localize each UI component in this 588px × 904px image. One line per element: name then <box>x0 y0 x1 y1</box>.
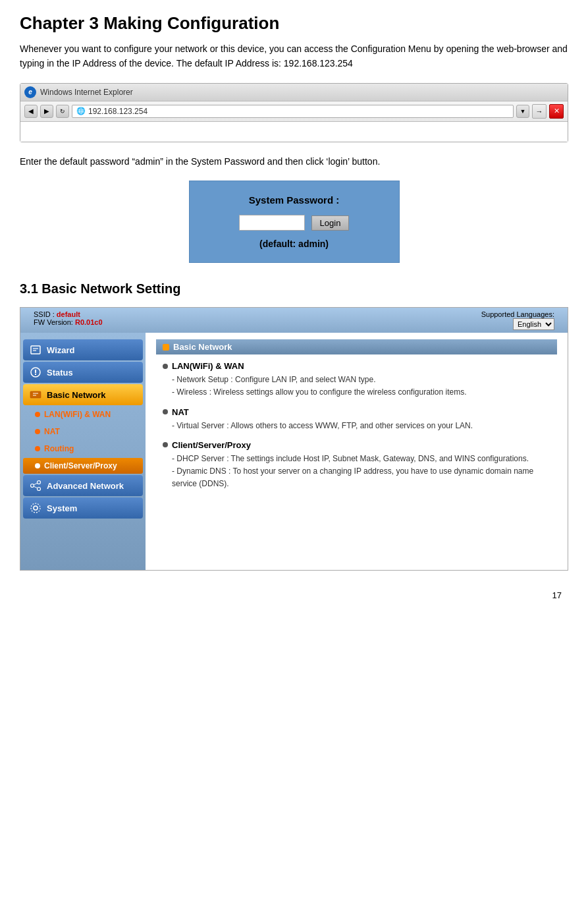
sidebar-routing-label: Routing <box>44 444 74 453</box>
svg-point-15 <box>31 503 40 513</box>
section-client-sub1: - DHCP Server : The settings include Hos… <box>163 453 557 465</box>
password-input[interactable] <box>239 215 305 231</box>
sidebar-item-client-server-proxy[interactable]: Client/Server/Proxy <box>23 458 143 474</box>
login-button[interactable]: Login <box>311 215 350 231</box>
status-icon <box>28 365 43 380</box>
browser-titlebar: e Windows Internet Explorer <box>20 84 568 101</box>
password-instruction: Enter the default password “admin” in th… <box>20 154 568 169</box>
router-fw-version: FW Version: R0.01c0 <box>34 318 103 326</box>
section-lan-bullet <box>163 364 168 369</box>
sidebar-basic-network-label: Basic Network <box>47 390 106 400</box>
svg-rect-0 <box>31 346 40 354</box>
router-ssid: SSID : default <box>34 310 103 318</box>
ssid-label: SSID : <box>34 310 57 318</box>
sidebar-client-server-proxy-label: Client/Server/Proxy <box>44 461 117 470</box>
section-client-title: Client/Server/Proxy <box>163 440 557 450</box>
content-header-label: Basic Network <box>173 342 232 352</box>
sidebar-item-nat[interactable]: NAT <box>23 424 143 439</box>
routing-dot-icon <box>35 446 40 451</box>
browser-toolbar: ◀ ▶ ↻ 🌐 192.168.123.254 ▼ → ✕ <box>20 101 568 122</box>
lan-wifi-dot-icon <box>35 412 40 417</box>
svg-rect-5 <box>35 374 36 375</box>
sidebar-item-advanced-network[interactable]: Advanced Network <box>23 475 143 496</box>
section-nat-title: NAT <box>163 407 557 417</box>
browser-dropdown-button[interactable]: ▼ <box>516 105 529 118</box>
section-client-label: Client/Server/Proxy <box>172 440 251 450</box>
section-31-heading: 3.1 Basic Network Setting <box>20 281 568 297</box>
browser-body <box>20 122 568 142</box>
section-lan-sub1: - Network Setup : Configure LAN IP, and … <box>163 374 557 386</box>
router-content: Basic Network LAN(WiFi) & WAN - Network … <box>146 333 568 570</box>
intro-text: Whenever you want to configure your netw… <box>20 42 568 71</box>
sidebar-item-routing[interactable]: Routing <box>23 441 143 457</box>
system-icon <box>28 501 43 515</box>
browser-fwd-button[interactable]: ▶ <box>40 105 53 118</box>
router-main: Wizard Status <box>20 333 568 570</box>
sidebar-advanced-network-label: Advanced Network <box>47 481 124 491</box>
sidebar-item-system[interactable]: System <box>23 497 143 519</box>
system-password-label: System Password : <box>216 194 373 206</box>
section-lan-title: LAN(WiFi) & WAN <box>163 361 557 371</box>
sidebar-item-wizard[interactable]: Wizard <box>23 339 143 360</box>
svg-point-10 <box>38 481 41 484</box>
browser-go-button[interactable]: → <box>532 104 547 119</box>
nat-dot-icon <box>35 429 40 434</box>
router-topbar: SSID : default FW Version: R0.01c0 Suppo… <box>20 308 568 333</box>
ie-logo-icon: e <box>24 86 36 98</box>
system-password-box: System Password : Login (default: admin) <box>189 181 400 263</box>
router-topbar-left: SSID : default FW Version: R0.01c0 <box>34 310 103 326</box>
svg-rect-4 <box>35 370 36 373</box>
fw-label: FW Version: <box>34 318 75 326</box>
content-header-dot <box>163 344 169 351</box>
section-client-bullet <box>163 442 168 447</box>
lang-label: Supported Languages: <box>481 310 554 318</box>
sidebar-item-status[interactable]: Status <box>23 362 143 383</box>
svg-line-12 <box>34 483 38 485</box>
sidebar-nat-label: NAT <box>44 427 60 436</box>
advanced-network-icon <box>28 478 43 493</box>
svg-point-11 <box>38 488 41 491</box>
browser-refresh-button[interactable]: ↻ <box>56 105 69 118</box>
ssid-value: default <box>57 310 80 318</box>
wizard-icon <box>28 343 43 357</box>
sidebar-wizard-label: Wizard <box>47 345 75 355</box>
sidebar-system-label: System <box>47 503 77 513</box>
basic-network-icon <box>28 387 43 402</box>
fw-value: R0.01c0 <box>75 318 103 326</box>
section-client-sub2: - Dynamic DNS : To host your server on a… <box>163 465 557 490</box>
page-number: 17 <box>20 590 568 600</box>
content-section-lan: LAN(WiFi) & WAN - Network Setup : Config… <box>156 361 557 399</box>
svg-point-14 <box>34 506 38 510</box>
system-password-inputs: Login <box>216 215 373 231</box>
svg-point-9 <box>31 484 34 488</box>
sidebar-item-lan-wifi-wan[interactable]: LAN(WiFi) & WAN <box>23 407 143 422</box>
router-topbar-right: Supported Languages: English <box>481 310 554 330</box>
browser-back-button[interactable]: ◀ <box>24 105 38 118</box>
section-lan-label: LAN(WiFi) & WAN <box>172 361 244 371</box>
svg-line-13 <box>34 486 38 488</box>
router-sidebar: Wizard Status <box>20 333 146 570</box>
svg-rect-6 <box>30 391 41 398</box>
content-header: Basic Network <box>156 339 557 354</box>
section-nat-label: NAT <box>172 407 189 417</box>
browser-address-bar[interactable]: 🌐 192.168.123.254 <box>72 105 514 118</box>
section-nat-sub1: - Virtual Server : Allows others to acce… <box>163 420 557 432</box>
browser-address-text: 192.168.123.254 <box>88 107 147 116</box>
page-title: Chapter 3 Making Configuration <box>20 13 568 34</box>
lang-select[interactable]: English <box>513 318 554 330</box>
content-section-client: Client/Server/Proxy - DHCP Server : The … <box>156 440 557 491</box>
sidebar-lan-wifi-wan-label: LAN(WiFi) & WAN <box>44 410 111 419</box>
section-lan-sub2: - Wireless : Wireless settings allow you… <box>163 386 557 399</box>
sidebar-item-basic-network[interactable]: Basic Network <box>23 384 143 405</box>
browser-mockup: e Windows Internet Explorer ◀ ▶ ↻ 🌐 192.… <box>20 83 568 142</box>
system-password-container: System Password : Login (default: admin) <box>20 181 568 263</box>
section-nat-bullet <box>163 409 168 414</box>
default-label: (default: admin) <box>216 239 373 249</box>
router-ui: SSID : default FW Version: R0.01c0 Suppo… <box>20 307 568 571</box>
sidebar-status-label: Status <box>47 368 73 378</box>
client-server-dot-icon <box>35 463 40 468</box>
browser-title: Windows Internet Explorer <box>40 88 133 97</box>
address-icon: 🌐 <box>76 107 86 115</box>
browser-close-button[interactable]: ✕ <box>549 104 564 119</box>
content-section-nat: NAT - Virtual Server : Allows others to … <box>156 407 557 432</box>
